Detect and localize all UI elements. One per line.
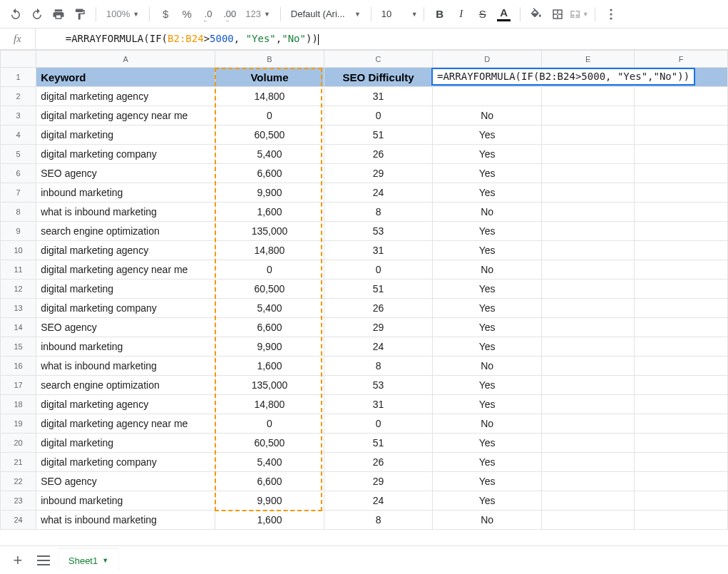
cell[interactable] [635, 337, 728, 357]
column-header[interactable]: E [541, 51, 635, 68]
cell[interactable]: No [433, 414, 542, 434]
cell[interactable] [635, 491, 728, 511]
cell[interactable] [541, 280, 635, 299]
cell[interactable]: 24 [324, 491, 433, 511]
cell[interactable]: 5,400 [215, 145, 324, 164]
cell[interactable] [541, 241, 635, 260]
cell[interactable] [541, 357, 635, 376]
cell[interactable] [635, 125, 728, 145]
cell[interactable]: digital marketing agency near me [36, 260, 215, 280]
cell[interactable] [541, 164, 635, 183]
cell[interactable]: 5,400 [215, 299, 324, 318]
cell[interactable] [635, 376, 728, 395]
add-sheet-button[interactable]: + [7, 550, 29, 571]
cell[interactable]: No [433, 260, 542, 280]
cell[interactable] [635, 203, 728, 222]
cell[interactable]: 135,000 [215, 376, 324, 395]
cell[interactable] [635, 453, 728, 472]
row-header[interactable]: 7 [1, 183, 36, 203]
active-cell-editor[interactable]: =ARRAYFORMULA(IF(B2:B24>5000, "Yes","No"… [431, 68, 695, 86]
cell[interactable]: 9,900 [215, 183, 324, 203]
fx-icon[interactable]: fx [0, 29, 36, 49]
cell[interactable] [433, 87, 542, 106]
cell[interactable]: Yes [433, 145, 542, 164]
row-header[interactable]: 12 [1, 280, 36, 299]
row-header[interactable]: 2 [1, 87, 36, 106]
cell[interactable]: No [433, 106, 542, 125]
cell[interactable]: 8 [324, 511, 433, 530]
cell[interactable]: 0 [215, 414, 324, 434]
cell[interactable]: digital marketing [36, 280, 215, 299]
cell[interactable]: Yes [433, 280, 542, 299]
cell[interactable]: 26 [324, 299, 433, 318]
cell[interactable]: 29 [324, 164, 433, 183]
cell[interactable] [541, 376, 635, 395]
cell[interactable]: digital marketing agency [36, 241, 215, 260]
cell[interactable]: 31 [324, 241, 433, 260]
column-header[interactable]: D [433, 51, 542, 68]
cell[interactable]: 29 [324, 472, 433, 491]
cell[interactable] [635, 164, 728, 183]
cell[interactable]: inbound marketing [36, 337, 215, 357]
cell[interactable] [635, 260, 728, 280]
cell[interactable]: digital marketing agency [36, 87, 215, 106]
row-header[interactable]: 11 [1, 260, 36, 280]
cell[interactable]: 53 [324, 222, 433, 241]
cell[interactable] [635, 472, 728, 491]
cell[interactable]: SEO agency [36, 472, 215, 491]
cell[interactable]: 24 [324, 337, 433, 357]
cell[interactable] [541, 337, 635, 357]
cell[interactable]: 0 [215, 106, 324, 125]
cell[interactable]: SEO agency [36, 318, 215, 337]
cell[interactable]: 60,500 [215, 125, 324, 145]
row-header[interactable]: 21 [1, 453, 36, 472]
row-header[interactable]: 23 [1, 491, 36, 511]
row-header[interactable]: 4 [1, 125, 36, 145]
cell[interactable] [635, 299, 728, 318]
column-header[interactable]: A [36, 51, 215, 68]
cell[interactable] [541, 222, 635, 241]
cell[interactable]: 1,600 [215, 357, 324, 376]
cell[interactable]: Yes [433, 183, 542, 203]
column-header[interactable]: F [635, 51, 728, 68]
cell[interactable] [635, 106, 728, 125]
cell[interactable]: 14,800 [215, 87, 324, 106]
cell[interactable]: 135,000 [215, 222, 324, 241]
cell[interactable]: 8 [324, 357, 433, 376]
cell[interactable]: 9,900 [215, 491, 324, 511]
increase-decimal-button[interactable]: .00→ [220, 4, 240, 24]
cell[interactable]: digital marketing company [36, 453, 215, 472]
cell[interactable] [541, 453, 635, 472]
row-header[interactable]: 10 [1, 241, 36, 260]
row-header[interactable]: 20 [1, 434, 36, 453]
row-header[interactable]: 19 [1, 414, 36, 434]
font-size-input[interactable] [377, 6, 410, 23]
cell[interactable]: No [433, 511, 542, 530]
cell[interactable]: Yes [433, 222, 542, 241]
cell[interactable]: inbound marketing [36, 183, 215, 203]
row-header[interactable]: 17 [1, 376, 36, 395]
cell[interactable] [635, 434, 728, 453]
cell[interactable] [541, 472, 635, 491]
row-header[interactable]: 16 [1, 357, 36, 376]
column-header[interactable]: C [324, 51, 433, 68]
cell[interactable]: 1,600 [215, 511, 324, 530]
cell[interactable]: digital marketing company [36, 145, 215, 164]
row-header[interactable]: 9 [1, 222, 36, 241]
cell[interactable]: 60,500 [215, 280, 324, 299]
cell[interactable] [541, 183, 635, 203]
cell[interactable]: what is inbound marketing [36, 357, 215, 376]
cell[interactable]: 51 [324, 434, 433, 453]
cell[interactable]: 26 [324, 145, 433, 164]
cell[interactable]: Yes [433, 318, 542, 337]
cell[interactable] [541, 395, 635, 414]
row-header[interactable]: 15 [1, 337, 36, 357]
all-sheets-button[interactable] [33, 550, 54, 571]
cell[interactable]: Yes [433, 491, 542, 511]
cell[interactable]: 24 [324, 183, 433, 203]
cell[interactable]: 6,600 [215, 472, 324, 491]
cell[interactable] [635, 280, 728, 299]
cell[interactable]: 6,600 [215, 318, 324, 337]
cell[interactable]: 8 [324, 203, 433, 222]
merge-cells-button[interactable]: ▼ [569, 4, 589, 24]
